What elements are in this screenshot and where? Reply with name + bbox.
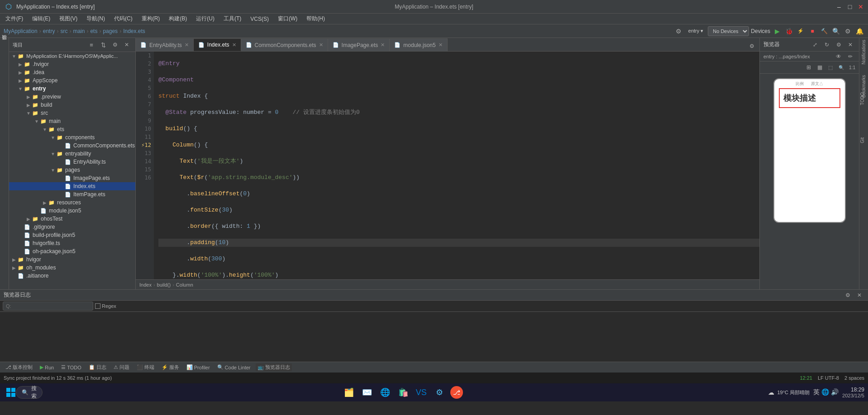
breadcrumb-build-fn[interactable]: build() bbox=[157, 282, 171, 288]
taskbar-devtools[interactable]: ⚙ bbox=[432, 385, 447, 400]
tray-network[interactable]: 🌐 bbox=[821, 388, 829, 396]
tab-index[interactable]: 📄 Index.ets ✕ bbox=[194, 38, 241, 51]
title-bar-controls[interactable]: – □ ✕ bbox=[835, 3, 864, 10]
search-icon[interactable]: 🔍 bbox=[831, 26, 841, 36]
sort-icon[interactable]: ⇅ bbox=[98, 40, 108, 50]
status-indent[interactable]: 2 spaces bbox=[844, 375, 864, 381]
notifications-label[interactable]: Notifications bbox=[861, 40, 866, 64]
btn-profiler[interactable]: 📊 Profiler bbox=[185, 364, 212, 371]
breadcrumb-main[interactable]: main bbox=[73, 28, 85, 34]
regex-label[interactable]: Regex bbox=[95, 303, 116, 309]
tree-gitignore-root[interactable]: ▶ 📄 .aitianore bbox=[9, 272, 135, 280]
menu-vcs[interactable]: VCS(S) bbox=[247, 15, 272, 23]
tree-appscope[interactable]: ▶ 📁 AppScope bbox=[9, 76, 135, 85]
notifications-icon[interactable]: 🔔 bbox=[854, 26, 864, 36]
btn-version-control[interactable]: ⎇ 版本控制 bbox=[4, 363, 34, 371]
settings-icon[interactable]: ⚙ bbox=[674, 26, 684, 36]
preview-expand-icon[interactable]: ⤢ bbox=[810, 40, 820, 50]
tree-ohmodules[interactable]: ▶ 📁 oh_modules bbox=[9, 264, 135, 272]
breadcrumb-pages[interactable]: pages bbox=[103, 28, 118, 34]
settings-gear-icon[interactable]: ⚙ bbox=[843, 26, 853, 36]
tab-entryability[interactable]: 📄 EntryAbility.ts ✕ bbox=[136, 38, 194, 51]
tree-components[interactable]: ▼ 📁 components bbox=[9, 133, 135, 141]
device-selector[interactable]: No Devices bbox=[708, 26, 749, 36]
breadcrumb-myapp[interactable]: MyApplication bbox=[4, 28, 38, 34]
preview-settings-icon[interactable]: ⚙ bbox=[834, 40, 844, 50]
tree-resources[interactable]: ▶ 📁 resources bbox=[9, 198, 135, 207]
tray-lang[interactable]: 英 bbox=[813, 388, 820, 396]
breadcrumb-src[interactable]: src bbox=[60, 28, 67, 34]
preview-zoom-icon[interactable]: 🔍 bbox=[836, 62, 846, 72]
menu-navigate[interactable]: 导航(N) bbox=[83, 14, 109, 24]
breadcrumb-index[interactable]: Index.ets bbox=[123, 28, 145, 34]
log-search-input[interactable] bbox=[3, 302, 93, 311]
taskbar-search-bar[interactable]: 🔍 搜索 bbox=[16, 386, 43, 399]
tab-mj-close[interactable]: ✕ bbox=[439, 42, 443, 48]
taskbar-clock[interactable]: 18:29 2023/12/5 bbox=[842, 387, 864, 398]
preview-1-1-icon[interactable]: 1:1 bbox=[847, 62, 857, 72]
breadcrumb-column-fn[interactable]: Column bbox=[176, 282, 193, 288]
tree-src[interactable]: ▼ 📁 src bbox=[9, 109, 135, 117]
menu-tools[interactable]: 工具(T) bbox=[220, 14, 245, 24]
taskbar-mail[interactable]: ✉️ bbox=[360, 385, 374, 400]
menu-window[interactable]: 窗口(W) bbox=[274, 14, 301, 24]
btn-terminal[interactable]: ⬛ 终端 bbox=[135, 363, 156, 371]
tree-hvigorfile[interactable]: ▶ 📄 hvigorfile.ts bbox=[9, 239, 135, 247]
search-taskbar-button[interactable]: 🔍 搜索 bbox=[22, 385, 36, 400]
menu-view[interactable]: 视图(V) bbox=[56, 14, 81, 24]
git-label[interactable]: Git bbox=[859, 136, 868, 145]
tree-pages[interactable]: ▼ 📁 pages bbox=[9, 166, 135, 174]
tree-entry[interactable]: ▼ 📁 entry bbox=[9, 85, 135, 93]
breadcrumb-ets[interactable]: ets bbox=[90, 28, 97, 34]
build-button[interactable]: 🔨 bbox=[819, 26, 829, 36]
preview-tools[interactable]: ⊞ ▦ ⬚ 🔍 1:1 bbox=[760, 61, 859, 74]
btn-codelinter[interactable]: 🔍 Code Linter bbox=[215, 364, 253, 371]
tree-main[interactable]: ▼ 📁 main bbox=[9, 117, 135, 125]
btn-services[interactable]: ⚡ 服务 bbox=[160, 363, 181, 371]
tab-settings-icon[interactable]: ⚙ bbox=[747, 41, 757, 51]
tree-gitignore-entry[interactable]: ▶ 📄 .gitignore bbox=[9, 223, 135, 231]
sidebar-header-icons[interactable]: ≡ ⇅ ⚙ ✕ bbox=[86, 40, 132, 50]
tab-ip-close[interactable]: ✕ bbox=[381, 42, 385, 48]
entry-label[interactable]: entry ▾ bbox=[686, 26, 706, 36]
taskbar-git[interactable]: ⎇ bbox=[450, 386, 463, 399]
preview-layout-icon[interactable]: ▦ bbox=[815, 62, 825, 72]
tree-itempage[interactable]: ▶ 📄 ItemPage.ets bbox=[9, 190, 135, 198]
attach-button[interactable]: ⚡ bbox=[796, 26, 806, 36]
taskbar-vscode[interactable]: VS bbox=[414, 385, 429, 400]
tree-modulejson[interactable]: ▶ 📄 module.json5 bbox=[9, 207, 135, 215]
tree-ohostest[interactable]: ▶ 📁 ohosTest bbox=[9, 215, 135, 223]
tab-modulejson[interactable]: 📄 module.json5 ✕ bbox=[390, 38, 447, 51]
tree-imagepage[interactable]: ▶ 📄 ImagePage.ets bbox=[9, 174, 135, 182]
tree-ets[interactable]: ▼ 📁 ets bbox=[9, 125, 135, 133]
preview-grid-icon[interactable]: ⊞ bbox=[804, 62, 814, 72]
tree-ohpackage[interactable]: ▶ 📄 oh-package.json5 bbox=[9, 247, 135, 255]
project-tab[interactable]: 项目 bbox=[1, 42, 8, 45]
tree-root[interactable]: ▼ 📁 MyApplication E:\HarmonyOS\MyApplic.… bbox=[9, 52, 135, 60]
tab-entryability-close[interactable]: ✕ bbox=[185, 42, 189, 48]
preview-close-icon[interactable]: ✕ bbox=[845, 40, 855, 50]
menu-refactor[interactable]: 重构(R) bbox=[138, 14, 164, 24]
preview-eye-icon[interactable]: 👁 bbox=[834, 52, 844, 61]
menu-file[interactable]: 文件(F) bbox=[2, 14, 27, 24]
settings-icon[interactable]: ⚙ bbox=[110, 40, 120, 50]
menu-run[interactable]: 运行(U) bbox=[192, 14, 218, 24]
collapse-icon[interactable]: ≡ bbox=[86, 40, 96, 50]
tree-preview[interactable]: ▶ 📁 .preview bbox=[9, 93, 135, 101]
btn-previewlog[interactable]: 📺 预览器日志 bbox=[256, 363, 292, 371]
regex-checkbox[interactable] bbox=[95, 303, 100, 309]
preview-edit-icon[interactable]: ✏ bbox=[845, 52, 855, 61]
tree-entryability-ts[interactable]: ▶ 📄 EntryAbility.ts bbox=[9, 158, 135, 166]
preview-refresh-icon[interactable]: ↻ bbox=[822, 40, 832, 50]
tree-index[interactable]: ▶ 📄 Index.ets bbox=[9, 182, 135, 190]
run-button[interactable]: ▶ bbox=[772, 26, 782, 36]
tray-weather[interactable]: ☁ bbox=[768, 389, 774, 396]
preview-frame-icon[interactable]: ⬚ bbox=[825, 62, 835, 72]
debug-button[interactable]: 🐞 bbox=[784, 26, 794, 36]
taskbar-edge[interactable]: 🌐 bbox=[378, 385, 392, 400]
tab-index-close[interactable]: ✕ bbox=[232, 42, 236, 48]
tree-idea[interactable]: ▶ 📁 .idea bbox=[9, 68, 135, 76]
breadcrumb-entry[interactable]: entry bbox=[43, 28, 55, 34]
taskbar-explorer[interactable]: 🗂️ bbox=[342, 385, 356, 400]
menu-build[interactable]: 构建(B) bbox=[165, 14, 191, 24]
